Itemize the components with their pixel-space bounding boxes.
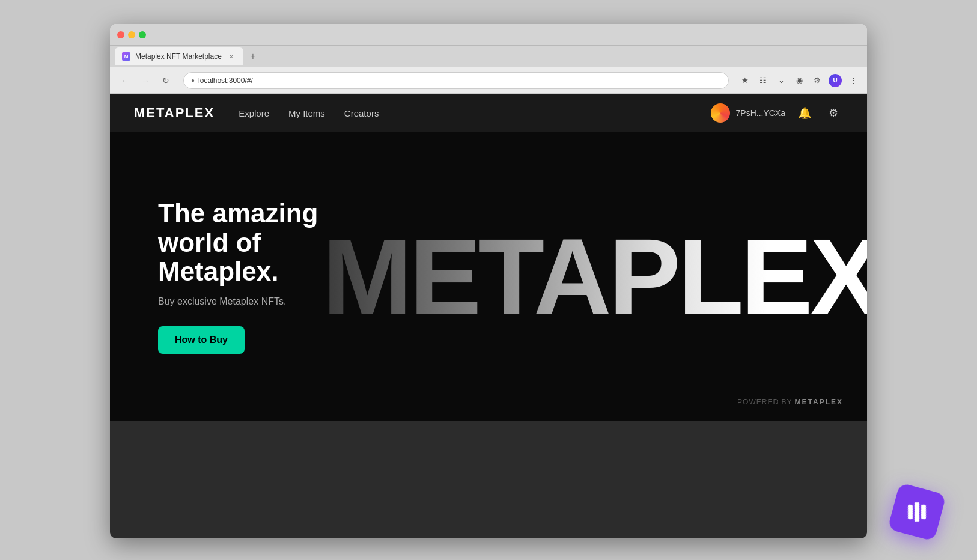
purple-widget-inner (908, 502, 926, 522)
tab-grid-icon[interactable]: ☷ (756, 74, 770, 87)
hero-footer: POWERED BY METAPLEX (737, 398, 843, 406)
wallet-address: 7PsH...YCXa (736, 108, 785, 118)
purple-widget[interactable] (887, 482, 946, 541)
notification-icon[interactable]: 🔔 (795, 103, 814, 123)
widget-bar-2 (915, 502, 919, 522)
hero-section: METAPLEX The amazing world of Metaplex. … (110, 132, 867, 421)
traffic-lights (117, 31, 146, 38)
powered-by-prefix: POWERED BY (737, 398, 792, 406)
url-text: localhost:3000/#/ (198, 76, 253, 85)
tab-close-button[interactable]: × (227, 52, 236, 61)
hero-watermark: METAPLEX (322, 215, 867, 339)
widget-bar-1 (908, 505, 913, 519)
browser-toolbar: ← → ↻ ● localhost:3000/#/ ★ ☷ ⇓ ◉ ⚙ U ⋮ (110, 67, 867, 94)
tab-title: Metaplex NFT Marketplace (135, 52, 222, 61)
nav-right: 7PsH...YCXa 🔔 ⚙ (711, 103, 843, 123)
wallet-avatar (711, 103, 730, 123)
address-bar[interactable]: ● localhost:3000/#/ (183, 72, 729, 89)
back-button[interactable]: ← (117, 73, 133, 88)
hero-title-line2: Metaplex. (158, 257, 279, 286)
hero-title-line1: The amazing world of (158, 198, 318, 257)
tab-favicon: M (122, 52, 130, 61)
nav-link-explore[interactable]: Explore (239, 108, 269, 118)
settings-icon[interactable]: ⚙ (824, 103, 843, 123)
browser-titlebar (110, 24, 867, 46)
extensions-icon[interactable]: ⚙ (811, 74, 824, 87)
powered-by-brand: METAPLEX (795, 398, 843, 406)
profile-icon[interactable]: ◉ (793, 74, 806, 87)
close-button[interactable] (117, 31, 124, 38)
nav-link-my-items[interactable]: My Items (288, 108, 325, 118)
menu-icon[interactable]: ⋮ (847, 74, 860, 87)
forward-button[interactable]: → (138, 73, 153, 88)
nav-link-creators[interactable]: Creators (344, 108, 379, 118)
app-logo: METAPLEX (134, 105, 215, 121)
hero-text: The amazing world of Metaplex. Buy exclu… (158, 199, 386, 353)
bookmark-icon[interactable]: ★ (738, 74, 752, 87)
maximize-button[interactable] (139, 31, 146, 38)
browser-window: M Metaplex NFT Marketplace × + ← → ↻ ● l… (110, 24, 867, 538)
app-nav: METAPLEX Explore My Items Creators 7PsH.… (110, 94, 867, 132)
user-wallet[interactable]: 7PsH...YCXa (711, 103, 785, 123)
tab-bar: M Metaplex NFT Marketplace × + (110, 46, 867, 67)
app-content: METAPLEX Explore My Items Creators 7PsH.… (110, 94, 867, 538)
browser-tab-active[interactable]: M Metaplex NFT Marketplace × (115, 47, 243, 65)
lock-icon: ● (191, 77, 195, 84)
browser-user-avatar[interactable]: U (829, 74, 842, 87)
new-tab-button[interactable]: + (246, 49, 260, 64)
minimize-button[interactable] (128, 31, 135, 38)
browser-controls-right: ★ ☷ ⇓ ◉ ⚙ U ⋮ (738, 74, 860, 87)
widget-bar-3 (921, 505, 926, 519)
hero-title: The amazing world of Metaplex. (158, 199, 386, 286)
how-to-buy-button[interactable]: How to Buy (158, 326, 245, 354)
download-icon[interactable]: ⇓ (775, 74, 788, 87)
hero-subtitle: Buy exclusive Metaplex NFTs. (158, 296, 386, 307)
nav-links: Explore My Items Creators (239, 108, 379, 118)
reload-button[interactable]: ↻ (158, 73, 174, 88)
